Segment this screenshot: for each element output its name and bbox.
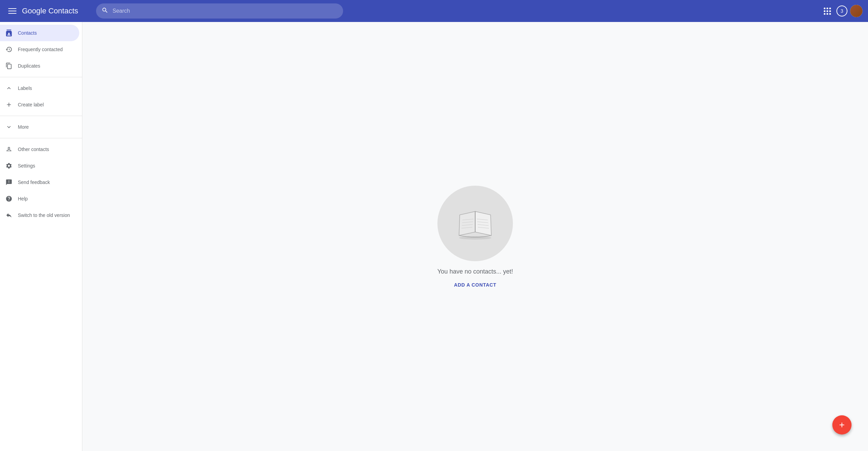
sidebar: Contacts Frequently contacted Duplicates (0, 22, 82, 451)
svg-point-12 (459, 236, 491, 240)
chevron-up-icon (5, 85, 12, 92)
switch-version-label: Switch to the old version (18, 212, 70, 218)
help-label: Help (18, 196, 28, 201)
history-icon (5, 46, 12, 53)
logo-google-text: Google (22, 7, 46, 15)
settings-label: Settings (18, 163, 35, 169)
search-bar[interactable] (96, 3, 343, 19)
sidebar-item-contacts[interactable]: Contacts (0, 25, 79, 41)
book-circle-illustration (437, 186, 513, 261)
empty-message: You have no contacts... yet! (437, 268, 513, 275)
svg-rect-0 (8, 8, 16, 9)
sidebar-item-settings[interactable]: Settings (0, 158, 79, 174)
switch-icon (5, 212, 12, 219)
fab-add-button[interactable]: + (832, 415, 852, 435)
send-feedback-label: Send feedback (18, 180, 50, 185)
sidebar-divider-1 (0, 77, 82, 77)
sidebar-item-duplicates[interactable]: Duplicates (0, 58, 79, 74)
avatar-image (850, 5, 863, 17)
header-right-actions: 3 (821, 5, 863, 18)
search-input[interactable] (113, 8, 338, 14)
app-logo: Google Contacts (22, 7, 91, 15)
more-section-label: More (18, 124, 29, 130)
sidebar-item-duplicates-label: Duplicates (18, 63, 40, 69)
app-header: Google Contacts 3 (0, 0, 868, 22)
empty-state: You have no contacts... yet! ADD A CONTA… (437, 186, 513, 288)
sidebar-item-other-contacts[interactable]: Other contacts (0, 141, 79, 158)
contacts-icon (5, 30, 12, 36)
sidebar-item-create-label[interactable]: Create label (0, 96, 79, 113)
other-contacts-label: Other contacts (18, 147, 49, 152)
copy-icon (5, 62, 12, 69)
logo-contacts-text: Contacts (48, 7, 78, 15)
menu-button[interactable] (5, 4, 19, 18)
gear-icon (5, 162, 12, 169)
more-section-header[interactable]: More (0, 119, 82, 135)
svg-rect-1 (8, 11, 16, 11)
grid-dots-icon (824, 8, 831, 15)
labels-section-label: Labels (18, 85, 32, 91)
main-layout: Contacts Frequently contacted Duplicates (0, 22, 868, 451)
sidebar-divider-2 (0, 116, 82, 116)
svg-rect-2 (8, 13, 16, 14)
notification-badge[interactable]: 3 (836, 5, 847, 16)
sidebar-item-frequently-label: Frequently contacted (18, 47, 63, 52)
sidebar-item-frequently-contacted[interactable]: Frequently contacted (0, 41, 79, 58)
avatar[interactable] (850, 5, 863, 17)
search-icon (102, 7, 108, 15)
chevron-down-icon (5, 124, 12, 130)
book-icon (453, 205, 497, 242)
labels-section-header[interactable]: Labels (0, 80, 82, 96)
sidebar-item-help[interactable]: Help (0, 190, 79, 207)
plus-icon (5, 101, 12, 108)
main-content: You have no contacts... yet! ADD A CONTA… (82, 22, 868, 451)
sidebar-item-switch-version[interactable]: Switch to the old version (0, 207, 79, 223)
add-contact-link[interactable]: ADD A CONTACT (454, 282, 496, 288)
person-outline-icon (5, 146, 12, 153)
sidebar-divider-3 (0, 138, 82, 138)
help-icon (5, 195, 12, 202)
fab-plus-icon: + (839, 419, 845, 430)
sidebar-item-contacts-label: Contacts (18, 30, 37, 36)
sidebar-item-send-feedback[interactable]: Send feedback (0, 174, 79, 190)
apps-grid-button[interactable] (821, 5, 834, 18)
feedback-icon (5, 179, 12, 186)
create-label-text: Create label (18, 102, 44, 107)
